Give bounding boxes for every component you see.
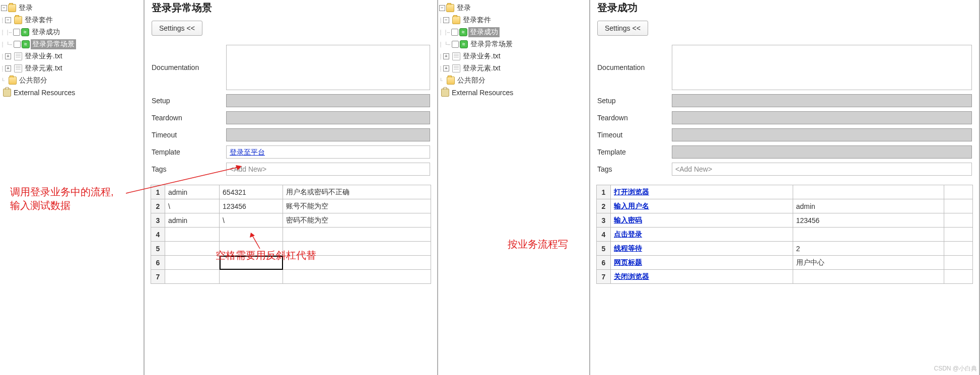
grid-cell[interactable] <box>944 213 973 228</box>
expand-icon[interactable]: + <box>5 65 11 71</box>
grid-cell[interactable] <box>944 256 973 270</box>
grid-cell[interactable] <box>944 199 973 213</box>
tree-item-suite[interactable]: ┊ − 登录套件 <box>1 14 143 26</box>
grid-cell[interactable]: \ <box>220 213 283 228</box>
checkbox[interactable] <box>13 29 20 36</box>
grid-cell[interactable]: 密码不能为空 <box>283 213 431 228</box>
template-link[interactable]: 登录至平台 <box>227 146 268 159</box>
tree-item-case-fail[interactable]: ┊ └··· ≈ 登录异常场景 <box>1 38 143 50</box>
collapse-icon[interactable]: − <box>1 5 7 11</box>
grid-cell[interactable]: 123456 <box>220 199 283 213</box>
teardown-field[interactable] <box>672 111 972 124</box>
tree-item-root[interactable]: − 登录 <box>1 2 143 14</box>
tree-item-case-fail[interactable]: ┊ └··· ≈ 登录异常场景 <box>439 38 588 50</box>
grid-cell[interactable]: 654321 <box>220 185 283 199</box>
tree-item-external[interactable]: External Resources <box>1 87 143 99</box>
table-row[interactable]: 3admin\密码不能为空 <box>151 213 431 228</box>
collapse-icon[interactable]: − <box>439 5 445 11</box>
grid-cell[interactable] <box>793 185 944 199</box>
table-row[interactable]: 5线程等待2 <box>597 242 973 256</box>
table-row[interactable]: 1打开浏览器 <box>597 185 973 199</box>
checkbox[interactable] <box>452 41 459 48</box>
grid-cell-keyword[interactable]: 点击登录 <box>611 228 793 242</box>
table-row[interactable]: 4点击登录 <box>597 228 973 242</box>
grid-cell-keyword[interactable]: 输入用户名 <box>611 199 793 213</box>
checkbox[interactable] <box>14 41 21 48</box>
grid-cell[interactable] <box>793 228 944 242</box>
tree-item-external[interactable]: External Resources <box>439 87 588 99</box>
setup-field[interactable] <box>672 94 972 107</box>
grid-cell-keyword[interactable]: 输入密码 <box>611 213 793 228</box>
table-row[interactable]: 6网页标题用户中心 <box>597 256 973 270</box>
grid-cell[interactable] <box>165 270 220 284</box>
tree-item-case-success[interactable]: ┊ ┊··· ≈ 登录成功 <box>1 26 143 38</box>
collapse-icon[interactable]: − <box>5 17 11 23</box>
grid-cell[interactable] <box>165 256 220 270</box>
doc-field[interactable] <box>672 45 972 90</box>
table-row[interactable]: 3输入密码123456 <box>597 213 973 228</box>
grid-cell[interactable]: \ <box>165 199 220 213</box>
timeout-field[interactable] <box>672 128 972 141</box>
tree-item-root[interactable]: − 登录 <box>439 2 588 14</box>
tags-field[interactable]: <Add New> <box>672 163 972 176</box>
grid-cell[interactable] <box>165 228 220 242</box>
table-row[interactable]: 4 <box>151 228 431 242</box>
grid-cell[interactable] <box>165 242 220 256</box>
grid-cell-keyword[interactable]: 关闭浏览器 <box>611 270 793 284</box>
tree-item-file1[interactable]: ┊ + 登录业务.txt <box>1 50 143 62</box>
collapse-icon[interactable]: − <box>443 17 449 23</box>
grid-cell[interactable] <box>793 270 944 284</box>
tree-item-common[interactable]: └ 公共部分 <box>1 74 143 87</box>
grid-cell[interactable]: admin <box>165 213 220 228</box>
tags-field[interactable]: <Add New> <box>226 163 430 176</box>
teardown-field[interactable] <box>226 111 430 124</box>
grid-cell[interactable] <box>944 242 973 256</box>
table-row[interactable]: 2输入用户名admin <box>597 199 973 213</box>
settings-button[interactable]: Settings << <box>152 21 202 36</box>
grid-cell[interactable]: admin <box>165 185 220 199</box>
tree-item-file1[interactable]: ┊ + 登录业务.txt <box>439 50 588 62</box>
timeout-label: Timeout <box>152 131 222 139</box>
doc-field[interactable] <box>226 45 430 90</box>
right-editor-panel: 登录成功 Settings << Documentation Setup Tea… <box>589 0 980 375</box>
expand-icon[interactable]: + <box>443 53 449 59</box>
tree-item-case-success[interactable]: ┊ ┊··· ≈ 登录成功 <box>439 26 588 38</box>
table-row[interactable]: 7 <box>151 270 431 284</box>
grid-cell[interactable] <box>944 270 973 284</box>
tree-item-file2[interactable]: ┊ + 登录元素.txt <box>1 62 143 74</box>
grid-cell[interactable] <box>283 228 431 242</box>
table-row[interactable]: 7关闭浏览器 <box>597 270 973 284</box>
expand-icon[interactable]: + <box>443 65 449 71</box>
grid-cell[interactable]: 用户名或密码不正确 <box>283 185 431 199</box>
grid-cell[interactable]: 2 <box>793 242 944 256</box>
row-number: 4 <box>597 228 611 242</box>
left-data-grid[interactable]: 1admin654321用户名或密码不正确2\123456账号不能为空3admi… <box>151 185 431 284</box>
setup-field[interactable] <box>226 94 430 107</box>
grid-cell[interactable]: 账号不能为空 <box>283 199 431 213</box>
grid-cell[interactable] <box>944 185 973 199</box>
grid-cell[interactable] <box>220 270 283 284</box>
grid-cell[interactable]: 用户中心 <box>793 256 944 270</box>
checkbox[interactable] <box>451 29 458 36</box>
grid-cell-keyword[interactable]: 网页标题 <box>611 256 793 270</box>
tree-item-suite[interactable]: ┊ − 登录套件 <box>439 14 588 26</box>
timeout-field[interactable] <box>226 128 430 141</box>
grid-cell[interactable]: 123456 <box>793 213 944 228</box>
editor-title: 登录异常场景 <box>145 0 437 18</box>
right-data-grid[interactable]: 1打开浏览器2输入用户名admin3输入密码1234564点击登录5线程等待26… <box>596 185 973 284</box>
template-field[interactable]: 登录至平台 <box>226 145 430 159</box>
expand-icon[interactable]: + <box>5 53 11 59</box>
tree-item-file2[interactable]: ┊ + 登录元素.txt <box>439 62 588 74</box>
row-number: 2 <box>151 199 165 213</box>
template-field[interactable] <box>672 145 972 159</box>
tree-item-common[interactable]: └ 公共部分 <box>439 74 588 87</box>
table-row[interactable]: 1admin654321用户名或密码不正确 <box>151 185 431 199</box>
grid-cell-keyword[interactable]: 打开浏览器 <box>611 185 793 199</box>
grid-cell[interactable]: admin <box>793 199 944 213</box>
settings-button[interactable]: Settings << <box>597 21 648 36</box>
grid-cell[interactable] <box>220 228 283 242</box>
grid-cell[interactable] <box>944 228 973 242</box>
table-row[interactable]: 2\123456账号不能为空 <box>151 199 431 213</box>
grid-cell-keyword[interactable]: 线程等待 <box>611 242 793 256</box>
grid-cell[interactable] <box>283 270 431 284</box>
